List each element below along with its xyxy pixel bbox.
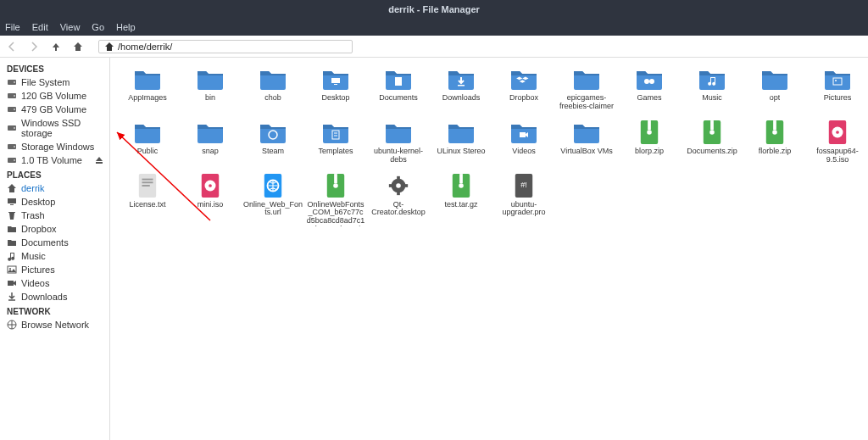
nav-home-button[interactable] xyxy=(71,40,85,53)
file-item-epicgames-freebies-claimer[interactable]: epicgames-freebies-claimer xyxy=(556,64,617,116)
file-item-appimages[interactable]: AppImages xyxy=(117,64,178,116)
file-item-label: Downloads xyxy=(442,94,481,103)
svg-point-30 xyxy=(14,127,15,129)
file-item-documents[interactable]: Documents xyxy=(368,64,429,116)
file-item-label: Music xyxy=(702,94,722,103)
file-item-test-tar-gz[interactable]: test.tar.gz xyxy=(431,171,492,231)
zip-icon xyxy=(320,173,351,198)
svg-rect-36 xyxy=(10,204,14,205)
path-bar[interactable]: /home/derrik/ xyxy=(98,40,353,53)
file-item-label: blorp.zip xyxy=(635,148,664,156)
menu-edit[interactable]: Edit xyxy=(32,22,48,32)
sidebar-item-browse-network[interactable]: Browse Network xyxy=(0,318,109,331)
folder-icon xyxy=(571,120,602,145)
file-item-pictures[interactable]: Pictures xyxy=(807,64,868,116)
file-item-mini-iso[interactable]: mini.iso xyxy=(180,171,241,231)
nav-forward-button[interactable] xyxy=(27,40,41,53)
file-view[interactable]: AppImagesbinchobDesktopDocumentsDownload… xyxy=(110,58,868,440)
menu-go[interactable]: Go xyxy=(92,22,104,32)
folder-videos-icon xyxy=(509,120,539,145)
file-item-label: Desktop xyxy=(321,94,349,103)
file-item-label: Public xyxy=(137,148,159,156)
file-item-steam[interactable]: Steam xyxy=(242,118,303,170)
folder-icon xyxy=(258,66,288,92)
file-item-onlinewebfonts-com-b67c77cd5bca8cd8ad7c108b19a7cb30-zip[interactable]: OnlineWebFonts_COM_b67c77cd5bca8cd8ad7c1… xyxy=(305,171,366,231)
sidebar-item-music[interactable]: Music xyxy=(0,249,109,263)
sidebar-item-documents[interactable]: Documents xyxy=(0,236,109,249)
sidebar-item-dropbox[interactable]: Dropbox xyxy=(0,222,109,236)
script-icon xyxy=(509,173,539,198)
file-item-videos[interactable]: Videos xyxy=(493,118,554,170)
svg-point-24 xyxy=(14,81,15,83)
sidebar-item-label: Downloads xyxy=(21,292,67,302)
menubar: File Edit View Go Help xyxy=(0,19,868,36)
sidebar-item-trash[interactable]: Trash xyxy=(0,209,109,222)
svg-point-34 xyxy=(14,159,15,161)
file-item-ulinux-stereo[interactable]: ULinux Stereo xyxy=(431,118,492,170)
sidebar-item-file-system[interactable]: File System xyxy=(0,75,109,89)
sidebar-item-label: derrik xyxy=(21,183,45,193)
file-item-bin[interactable]: bin xyxy=(180,64,241,116)
file-item-templates[interactable]: Templates xyxy=(305,118,366,170)
file-item-dropbox[interactable]: Dropbox xyxy=(493,64,554,116)
network-icon xyxy=(7,320,17,330)
sidebar-item-pictures[interactable]: Pictures xyxy=(0,263,109,276)
drive-icon xyxy=(7,77,17,87)
file-item-florble-zip[interactable]: florble.zip xyxy=(744,118,805,170)
file-item-music[interactable]: Music xyxy=(682,64,743,116)
folder-icon xyxy=(571,66,602,92)
menu-file[interactable]: File xyxy=(5,22,20,32)
sidebar-item-windows-ssd-storage[interactable]: Windows SSD storage xyxy=(0,116,109,140)
drive-icon xyxy=(7,155,17,165)
file-item-fossapup64-9-5-iso[interactable]: fossapup64-9.5.iso xyxy=(807,118,868,170)
file-item-qt-creator-desktop[interactable]: Qt-Creator.desktop xyxy=(368,171,429,231)
file-item-virtualbox-vms[interactable]: VirtualBox VMs xyxy=(556,118,617,170)
eject-icon[interactable] xyxy=(94,155,104,165)
svg-rect-41 xyxy=(331,78,340,83)
url-icon xyxy=(258,173,288,198)
sidebar-item-479-gb-volume[interactable]: 479 GB Volume xyxy=(0,103,109,116)
iso-icon xyxy=(195,173,225,198)
file-item-desktop[interactable]: Desktop xyxy=(305,64,366,116)
cog-icon xyxy=(383,173,414,198)
drive-icon xyxy=(7,91,17,101)
sidebar-item-120-gb-volume[interactable]: 120 GB Volume xyxy=(0,89,109,103)
folder-desktop-icon xyxy=(320,66,351,92)
file-item-online-web-fonts-url[interactable]: Online_Web_Fonts.url xyxy=(242,171,303,231)
file-item-blorp-zip[interactable]: blorp.zip xyxy=(619,118,680,170)
sidebar-item-label: Desktop xyxy=(21,197,55,207)
file-item-downloads[interactable]: Downloads xyxy=(431,64,492,116)
sidebar-item-label: Windows SSD storage xyxy=(21,118,103,138)
file-item-public[interactable]: Public xyxy=(117,118,178,170)
file-item-games[interactable]: Games xyxy=(619,64,680,116)
file-item-label: opt xyxy=(770,94,781,103)
file-item-label: test.tar.gz xyxy=(444,201,477,209)
file-item-label: OnlineWebFonts_COM_b67c77cd5bca8cd8ad7c1… xyxy=(306,201,365,226)
file-item-license-txt[interactable]: License.txt xyxy=(117,171,178,231)
file-item-label: License.txt xyxy=(129,201,165,209)
sidebar-item-desktop[interactable]: Desktop xyxy=(0,195,109,209)
sidebar-item-1-0-tb-volume[interactable]: 1.0 TB Volume xyxy=(0,153,109,167)
file-item-ubuntu-upgrader-pro[interactable]: ubuntu-upgrader.pro xyxy=(493,171,554,231)
sidebar-head-devices: DEVICES xyxy=(0,61,109,75)
folder-icon xyxy=(132,120,163,145)
nav-up-button[interactable] xyxy=(49,40,63,53)
file-item-snap[interactable]: snap xyxy=(180,118,241,170)
sidebar-item-derrik[interactable]: derrik xyxy=(0,181,109,195)
menu-help[interactable]: Help xyxy=(116,22,136,32)
menu-view[interactable]: View xyxy=(60,22,81,32)
sidebar-item-storage-windows[interactable]: Storage Windows xyxy=(0,140,109,153)
file-item-label: Videos xyxy=(512,148,535,156)
file-item-opt[interactable]: opt xyxy=(744,64,805,116)
svg-point-46 xyxy=(649,79,654,84)
folder-downloads-icon xyxy=(446,66,476,92)
sidebar-item-videos[interactable]: Videos xyxy=(0,276,109,290)
svg-rect-39 xyxy=(8,281,14,286)
sidebar-head-network: NETWORK xyxy=(0,304,109,318)
sidebar-item-downloads[interactable]: Downloads xyxy=(0,290,109,304)
file-item-documents-zip[interactable]: Documents.zip xyxy=(682,118,743,170)
file-item-chob[interactable]: chob xyxy=(242,64,303,116)
svg-point-38 xyxy=(9,268,11,270)
nav-back-button[interactable] xyxy=(5,40,19,53)
file-item-ubuntu-kernel-debs[interactable]: ubuntu-kernel-debs xyxy=(368,118,429,170)
